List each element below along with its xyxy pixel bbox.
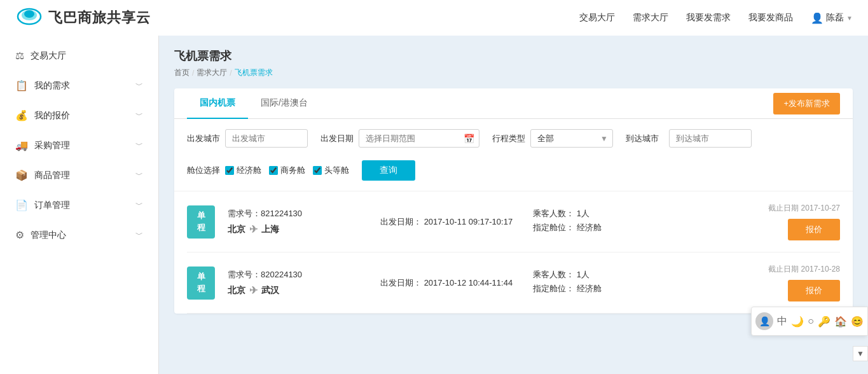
tabs-bar: 国内机票 国际/港澳台 +发布新需求 [174, 88, 853, 119]
page-title: 飞机票需求 [174, 48, 853, 64]
toolbar-smile-icon[interactable]: 😊 [851, 315, 864, 328]
cabin-type-row-1: 指定舱位： 经济舱 [533, 283, 647, 294]
departure-city-input[interactable] [225, 129, 308, 148]
sidebar-item-admin[interactable]: ⚙ 管理中心 ﹀ [0, 220, 158, 250]
route-from-1: 北京 [228, 285, 245, 296]
sidebar-item-order[interactable]: 📄 订单管理 ﹀ [0, 190, 158, 220]
nav-link-exchange[interactable]: 交易大厅 [579, 12, 615, 24]
publish-button[interactable]: +发布新需求 [773, 93, 840, 114]
scale-icon: ⚖ [15, 50, 24, 62]
pax-count-value-0: 1人 [577, 209, 589, 218]
nav-link-publish-product[interactable]: 我要发商品 [748, 12, 793, 24]
money-icon: 💰 [15, 109, 28, 121]
float-toolbar: 👤 中 🌙 ○ 🔑 🏠 😊 [751, 307, 868, 336]
cabin-type-value-1: 经济舱 [577, 284, 602, 293]
clipboard-icon: 📋 [15, 80, 28, 92]
toolbar-avatar: 👤 [755, 312, 773, 330]
cabin-first-checkbox[interactable] [313, 166, 322, 175]
user-name: 陈磊 [826, 12, 844, 24]
cabin-type-value-0: 经济舱 [577, 223, 602, 232]
trip-type-select[interactable]: 全部 单程 往返 [530, 129, 613, 148]
cabin-economy-item[interactable]: 经济舱 [225, 165, 261, 176]
trip-badge-0: 单 程 [187, 205, 215, 239]
result-info-1: 需求号：820224130 北京 ✈ 武汉 出发日期： 2017-10-12 1… [228, 269, 726, 297]
sidebar-item-my-demand[interactable]: 📋 我的需求 ﹀ [0, 71, 158, 100]
plane-icon-1: ✈ [249, 284, 258, 296]
logo-area: 飞巴商旅共享云 [15, 6, 151, 29]
cabin-economy-label: 经济舱 [237, 165, 261, 176]
date-section-1: 出发日期： 2017-10-12 10:44-11:44 [355, 277, 520, 289]
chevron-down-icon: ﹀ [135, 170, 143, 181]
route-line-1: 北京 ✈ 武汉 [228, 284, 355, 296]
route-to-0: 上海 [261, 224, 279, 235]
tab-international[interactable]: 国际/港澳台 [248, 88, 320, 119]
layout: ⚖ 交易大厅 📋 我的需求 ﹀ 💰 我的报价 ﹀ 🚚 采购管理 ﹀ [0, 36, 868, 374]
breadcrumb-demand-hall[interactable]: 需求大厅 [196, 67, 227, 78]
cabin-business-label: 商务舱 [280, 165, 305, 176]
arrival-city-group: 到达城市 [626, 129, 752, 148]
nav-link-demand[interactable]: 需求大厅 [633, 12, 668, 24]
breadcrumb-sep2: / [230, 69, 231, 78]
deadline-label-1: 截止日期 [768, 265, 799, 274]
arrival-city-input[interactable] [669, 129, 752, 148]
pax-count-label-1: 乘客人数： [533, 270, 574, 279]
nav-link-publish-demand[interactable]: 我要发需求 [686, 12, 731, 24]
sidebar-item-my-quote[interactable]: 💰 我的报价 ﹀ [0, 100, 158, 130]
scroll-down-indicator[interactable]: ▼ [853, 346, 868, 361]
cabin-type-label-0: 指定舱位： [533, 223, 574, 232]
chevron-down-icon: ﹀ [135, 200, 143, 211]
chevron-down-icon: ﹀ [135, 230, 143, 240]
route-section-1: 需求号：820224130 北京 ✈ 武汉 [228, 269, 355, 296]
trip-type-group: 行程类型 全部 单程 往返 ▼ [492, 129, 613, 148]
route-from-0: 北京 [228, 224, 245, 235]
cabin-business-checkbox[interactable] [269, 166, 278, 175]
departure-date-input[interactable] [359, 129, 479, 148]
toolbar-zh-icon[interactable]: 中 [777, 315, 787, 328]
avatar-icon: 👤 [759, 316, 770, 326]
departure-date-group: 出发日期 📅 [320, 129, 479, 148]
query-button[interactable]: 查询 [362, 160, 415, 181]
user-dropdown-icon: ▼ [846, 15, 853, 22]
departure-date-label-1: 出发日期： [380, 278, 422, 287]
cabin-business-item[interactable]: 商务舱 [269, 165, 305, 176]
calendar-icon: 📅 [464, 134, 474, 144]
user-avatar-icon: 👤 [811, 12, 823, 24]
gear-icon: ⚙ [15, 229, 24, 241]
box-icon: 📦 [15, 169, 28, 181]
cabin-economy-checkbox[interactable] [225, 166, 234, 175]
sidebar-item-product[interactable]: 📦 商品管理 ﹀ [0, 160, 158, 190]
table-row: 单 程 需求号：820224130 北京 ✈ 武汉 [187, 253, 840, 314]
departure-city-group: 出发城市 [187, 129, 308, 148]
table-row: 单 程 需求号：821224130 北京 ✈ 上海 [187, 191, 840, 253]
deadline-section-1: 截止日期 2017-10-28 报价 [726, 264, 840, 301]
sidebar-item-exchange[interactable]: ⚖ 交易大厅 [0, 41, 158, 71]
sidebar-item-purchase[interactable]: 🚚 采购管理 ﹀ [0, 130, 158, 160]
quote-button-0[interactable]: 报价 [788, 219, 840, 240]
sidebar-item-label: 订单管理 [34, 200, 70, 211]
departure-date-label-0: 出发日期： [380, 217, 422, 226]
pax-count-row-1: 乘客人数： 1人 [533, 269, 647, 280]
breadcrumb-home[interactable]: 首页 [174, 67, 189, 78]
header: 飞巴商旅共享云 交易大厅 需求大厅 我要发需求 我要发商品 👤 陈磊 ▼ [0, 0, 868, 36]
route-line-0: 北京 ✈ 上海 [228, 223, 355, 235]
toolbar-home-icon[interactable]: 🏠 [834, 315, 847, 328]
pax-section-0: 乘客人数： 1人 指定舱位： 经济舱 [520, 208, 647, 236]
quote-button-1[interactable]: 报价 [788, 280, 840, 301]
breadcrumb-current: 飞机票需求 [235, 67, 273, 78]
content-card: 国内机票 国际/港澳台 +发布新需求 出发城市 出发日期 📅 [174, 88, 853, 314]
cabin-first-item[interactable]: 头等舱 [313, 165, 349, 176]
sidebar-item-label: 我的需求 [34, 80, 70, 92]
toolbar-moon-icon[interactable]: 🌙 [791, 315, 804, 328]
demand-no-1: 需求号：820224130 [228, 269, 355, 280]
result-info-0: 需求号：821224130 北京 ✈ 上海 出发日期： 2017-10-11 0… [228, 208, 726, 236]
breadcrumb: 首页 / 需求大厅 / 飞机票需求 [174, 67, 853, 78]
cabin-checkbox-group: 经济舱 商务舱 头等舱 [225, 165, 349, 176]
chevron-down-icon: ﹀ [135, 80, 143, 91]
toolbar-circle-icon[interactable]: ○ [808, 315, 814, 327]
badge-line1-1: 单 [197, 271, 205, 282]
toolbar-key-icon[interactable]: 🔑 [818, 315, 830, 328]
badge-line2-1: 程 [197, 283, 205, 294]
user-info[interactable]: 👤 陈磊 ▼ [811, 12, 853, 24]
trip-badge-1: 单 程 [187, 267, 215, 300]
tab-domestic[interactable]: 国内机票 [187, 88, 248, 119]
